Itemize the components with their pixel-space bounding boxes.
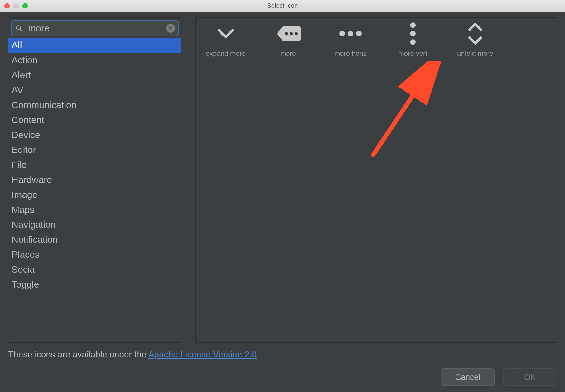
icon-item-more-vert[interactable]: more vert: [389, 23, 436, 58]
category-item-editor[interactable]: Editor: [8, 142, 181, 157]
category-item-hardware[interactable]: Hardware: [8, 172, 181, 187]
category-list[interactable]: AllActionAlertAVCommunicationContentDevi…: [8, 38, 181, 342]
category-item-notification[interactable]: Notification: [8, 232, 181, 247]
category-item-content[interactable]: Content: [8, 112, 181, 127]
svg-point-5: [290, 32, 293, 35]
more-horiz-icon: [338, 23, 363, 45]
cancel-button[interactable]: Cancel: [441, 368, 495, 386]
svg-point-9: [356, 31, 362, 36]
category-item-device[interactable]: Device: [8, 127, 181, 142]
icon-label: unfold more: [457, 50, 493, 58]
icon-label: more: [280, 50, 296, 58]
left-pane: AllActionAlertAVCommunicationContentDevi…: [8, 17, 181, 343]
category-item-places[interactable]: Places: [8, 247, 181, 262]
category-item-all[interactable]: All: [8, 38, 181, 53]
close-window-button[interactable]: [4, 3, 10, 8]
category-item-av[interactable]: AV: [8, 83, 181, 98]
category-item-communication[interactable]: Communication: [8, 98, 181, 112]
search-field-wrap: [11, 20, 179, 36]
category-item-file[interactable]: File: [8, 157, 181, 172]
dialog-buttons: Cancel OK: [8, 368, 557, 386]
category-item-navigation[interactable]: Navigation: [8, 217, 181, 232]
category-item-action[interactable]: Action: [8, 53, 181, 68]
icon-item-unfold-more[interactable]: unfold more: [452, 23, 499, 58]
svg-point-10: [410, 22, 416, 28]
unfold-more-icon: [463, 23, 488, 45]
icon-label: expand more: [206, 50, 246, 58]
svg-point-11: [410, 31, 416, 36]
icon-label: more horiz: [334, 50, 367, 58]
icon-item-more[interactable]: more: [265, 23, 311, 58]
category-item-toggle[interactable]: Toggle: [8, 277, 181, 292]
icon-results-pane: expand moremoremore horizmore vertunfold…: [195, 17, 557, 343]
svg-line-14: [373, 71, 429, 155]
svg-point-12: [410, 39, 416, 45]
license-link[interactable]: Apache License Version 2.0: [148, 350, 257, 359]
svg-point-4: [285, 32, 288, 35]
svg-point-6: [295, 32, 298, 35]
window-controls: [4, 3, 28, 8]
icon-item-more-horiz[interactable]: more horiz: [327, 23, 374, 58]
ok-button[interactable]: OK: [503, 368, 557, 386]
clear-search-icon[interactable]: [166, 24, 175, 33]
icon-grid: expand moremoremore horizmore vertunfold…: [196, 18, 557, 63]
category-item-maps[interactable]: Maps: [8, 202, 181, 217]
minimize-window-button[interactable]: [13, 3, 19, 8]
category-item-social[interactable]: Social: [8, 262, 181, 277]
icon-item-expand-more[interactable]: expand more: [202, 23, 249, 58]
svg-line-1: [20, 29, 22, 31]
svg-point-0: [17, 26, 21, 30]
dialog-body: AllActionAlertAVCommunicationContentDevi…: [0, 12, 565, 392]
license-prefix: These icons are available under the: [8, 350, 148, 359]
titlebar: Select Icon: [0, 0, 565, 12]
search-input[interactable]: [11, 20, 179, 36]
more-vert-icon: [400, 23, 425, 45]
window-title: Select Icon: [0, 2, 565, 9]
more-icon: [276, 23, 301, 45]
svg-point-8: [348, 31, 353, 36]
annotation-arrow: [364, 61, 445, 161]
search-icon: [15, 25, 23, 32]
zoom-window-button[interactable]: [22, 3, 28, 8]
expand-more-icon: [213, 23, 238, 45]
category-item-alert[interactable]: Alert: [8, 68, 181, 83]
svg-point-7: [339, 31, 345, 36]
panes: AllActionAlertAVCommunicationContentDevi…: [8, 17, 557, 343]
category-item-image[interactable]: Image: [8, 187, 181, 202]
license-note: These icons are available under the Apac…: [8, 350, 557, 360]
icon-label: more vert: [398, 50, 427, 58]
